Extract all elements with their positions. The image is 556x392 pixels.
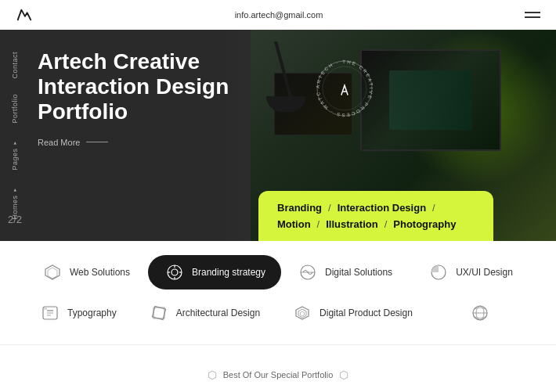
typography-label: Typography [67, 307, 117, 318]
typography-icon [39, 302, 61, 324]
architectural-design-label: Architectural Design [176, 307, 260, 318]
portfolio-badge-icon-left: ⬡ [208, 369, 217, 381]
tags-box: Branding / Interaction Design / Motion /… [258, 191, 493, 241]
portfolio-badge-row: ⬡ Best Of Our Special Portfolio ⬡ [16, 369, 540, 381]
services-row-1: Web Solutions Branding strategy Digital … [23, 255, 533, 290]
tag-motion: Motion [277, 218, 311, 230]
hero-content: Artech Creative Interaction Design Portf… [38, 49, 229, 147]
svg-marker-4 [48, 268, 57, 279]
ux-ui-design-label: UX/UI Design [456, 267, 513, 278]
tag-interaction-design: Interaction Design [338, 202, 426, 214]
cta-label: Read More [38, 138, 80, 147]
portfolio-section: ⬡ Best Of Our Special Portfolio ⬡ Best o… [0, 344, 556, 392]
tags-row-2: Motion / Illustration / Photography [277, 218, 475, 230]
monitor [360, 49, 501, 151]
tag-branding: Branding [277, 202, 322, 214]
header: info.artech@gmail.com [0, 0, 556, 30]
portfolio-badge-icon-right: ⬡ [339, 369, 348, 381]
svg-rect-18 [44, 307, 47, 310]
service-web-solutions[interactable]: Web Solutions [23, 255, 148, 290]
svg-point-6 [171, 269, 178, 275]
cta-line [86, 142, 108, 142]
digital-product-design-icon [291, 302, 313, 324]
digital-product-design-label: Digital Product Design [320, 307, 413, 318]
service-digital-solutions[interactable]: Digital Solutions [281, 255, 408, 290]
sidebar-item-portfolio[interactable]: Portfolio [11, 94, 19, 124]
circle-badge: ARTECH · THE CREATIVE PROCESS · WATCH · [313, 57, 376, 120]
web-solutions-label: Web Solutions [70, 267, 130, 278]
service-typography[interactable]: Typography [23, 296, 132, 330]
branding-strategy-icon [164, 261, 186, 283]
svg-rect-19 [152, 306, 165, 319]
service-ux-ui-design[interactable]: UX/UI Design [408, 255, 533, 290]
service-digital-product-design[interactable]: Digital Product Design [276, 296, 428, 330]
digital-solutions-label: Digital Solutions [325, 267, 392, 278]
branding-strategy-label: Branding strategy [192, 267, 265, 278]
web-solutions-icon [42, 261, 63, 283]
svg-point-1 [323, 67, 366, 110]
tag-photography: Photography [393, 218, 456, 230]
tags-row-1: Branding / Interaction Design / [277, 202, 475, 214]
sidebar-nav: Contact Portfolio Pages ▾ Homes ▾ [0, 30, 23, 241]
header-email: info.artech@gmail.com [235, 10, 323, 20]
sidebar-item-contact[interactable]: Contact [11, 52, 19, 79]
tag-illustration: Illustration [326, 218, 377, 230]
portfolio-badge-label: Best Of Our Special Portfolio [223, 370, 334, 379]
digital-solutions-icon [297, 261, 319, 283]
logo [16, 6, 33, 23]
svg-marker-23 [301, 311, 305, 316]
services-section: Web Solutions Branding strategy Digital … [0, 241, 556, 344]
service-architectural-design[interactable]: Architectural Design [132, 296, 276, 330]
svg-rect-20 [153, 307, 164, 318]
hero-section: Contact Portfolio Pages ▾ Homes ▾ Artech… [0, 30, 556, 241]
architectural-design-icon [148, 302, 170, 324]
svg-marker-22 [298, 309, 306, 318]
ux-ui-design-icon [428, 261, 449, 283]
read-more-button[interactable]: Read More [38, 138, 229, 147]
slide-counter: 2/2 [8, 214, 22, 225]
hero-title: Artech Creative Interaction Design Portf… [38, 49, 229, 125]
menu-button[interactable] [525, 12, 540, 18]
extra-icon [469, 302, 491, 324]
sidebar-item-pages[interactable]: Pages ▾ [11, 139, 19, 171]
services-row-2: Typography Architectural Design Digital … [23, 296, 533, 330]
service-extra[interactable] [428, 296, 533, 330]
service-branding-strategy[interactable]: Branding strategy [148, 255, 281, 290]
